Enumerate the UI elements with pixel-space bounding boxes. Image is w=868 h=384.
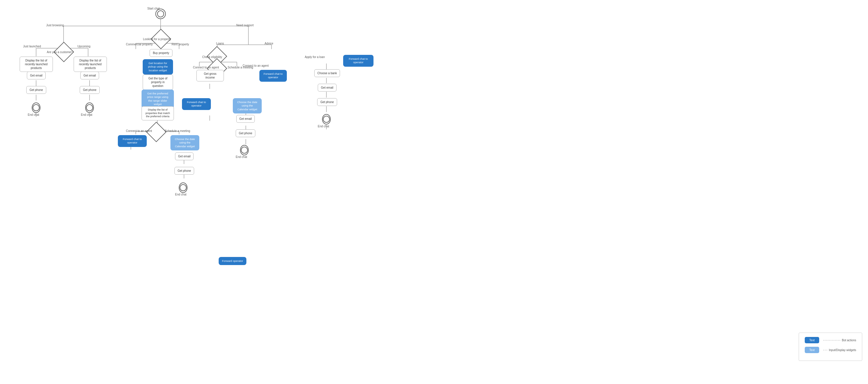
end-chat-1-label: End chat — [28, 113, 39, 116]
legend-bot-text: Bot actions — [842, 339, 856, 342]
schedule-meeting-1-label: Schedule a meeting — [165, 129, 190, 132]
get-email-2: Get email — [76, 72, 103, 79]
get-phone-2: Get phone — [76, 86, 103, 94]
legend-dash-1 — [823, 340, 840, 341]
start-chat-circle — [155, 9, 166, 19]
legend: Text Bot actions Text Input/Display widg… — [799, 332, 862, 361]
buy-property: Buy property — [146, 49, 176, 57]
get-phone-1: Get phone — [23, 86, 50, 94]
get-type-property: Get the type of property in question — [143, 74, 173, 90]
forward-operator-3: Forward chat to operator — [343, 55, 373, 67]
forward-operator-2: Forward chat to operator — [259, 70, 287, 82]
apply-for-loan-label: Apply for a loan — [305, 56, 325, 59]
end-chat-3-circle — [179, 183, 187, 192]
commercial-label: Commercial property — [126, 43, 153, 46]
just-launched-label: Just launched — [23, 45, 41, 48]
looking-for-property-label: Looking for a property — [143, 37, 171, 41]
loans-label: Loans — [216, 42, 224, 45]
display-recently-left: Display the list of recently launched pr… — [20, 57, 53, 72]
choose-bank: Choose a bank — [313, 69, 341, 77]
end-chat-5-label: End chat — [318, 125, 329, 128]
get-email-3: Get email — [172, 153, 197, 160]
get-phone-4: Get phone — [233, 129, 258, 137]
end-chat-2-circle — [85, 103, 94, 112]
get-phone-5: Get phone — [313, 98, 341, 106]
need-support-label: Need support — [236, 24, 254, 27]
connect-agent-1-label: Connect to an agent — [126, 129, 152, 132]
get-email-4: Get email — [233, 115, 258, 123]
end-chat-4-label: End chat — [236, 155, 247, 159]
connect-agent-3-label: Connect to an agent — [243, 64, 269, 67]
end-chat-2-label: End chat — [81, 113, 92, 116]
rent-label: Rent property — [172, 43, 189, 46]
display-properties: Display the list of properties that matc… — [142, 106, 174, 120]
legend-row-bot: Text Bot actions — [805, 337, 856, 343]
get-email-5: Get email — [313, 84, 341, 92]
end-chat-1-circle — [32, 103, 40, 112]
legend-widget-text: Input/Display widgets — [829, 349, 857, 352]
legend-row-widget: Text Input/Display widgets — [805, 347, 856, 353]
get-price-range: Get the preferred price range using the … — [142, 90, 174, 108]
end-chat-4-circle — [240, 146, 249, 155]
are-you-customer-label: Are you a customer? — [47, 51, 73, 54]
get-gross-income: Get gross income — [196, 70, 224, 82]
flowchart-canvas: Start chat Looking for a property Just b… — [0, 0, 868, 384]
end-chat-5-circle — [322, 115, 331, 124]
legend-bot-box: Text — [805, 337, 819, 343]
forward-operator-mid: Forward chat to operator — [182, 98, 211, 110]
advice-label: Advice — [265, 42, 273, 45]
legend-widget-box: Text — [805, 347, 819, 353]
forward-operator-1: Forward chat to operator — [118, 135, 147, 147]
choose-calendar-1: Choose the date using the Calendar widge… — [170, 135, 199, 151]
check-eligibility-label: Check eligibility — [202, 56, 222, 59]
start-chat-label: Start chat — [147, 7, 160, 10]
legend-dash-2 — [823, 350, 827, 350]
choose-calendar-2: Choose the date using the Calendar widge… — [233, 98, 262, 114]
connect-agent-2-label: Connect to an agent — [193, 66, 219, 69]
get-location: Get location for pickup using the locati… — [143, 59, 173, 74]
display-recently-right: Display the list of recently launched pr… — [74, 57, 107, 72]
upcoming-label: Upcoming — [78, 45, 90, 48]
get-email-1: Get email — [23, 72, 50, 79]
forward-operator-4: Forward operator — [217, 257, 248, 265]
just-browsing-label: Just browsing — [46, 24, 64, 27]
end-chat-3-label: End chat — [175, 193, 186, 196]
get-phone-3: Get phone — [172, 167, 197, 175]
